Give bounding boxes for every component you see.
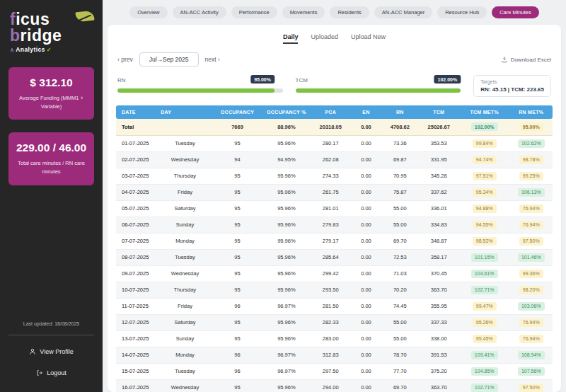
cell-tcm-met: 104.85% <box>459 363 510 379</box>
cell-date: 12-07-2025 <box>116 314 158 330</box>
care-minutes-table: DATEDAYOCCUPANCYOCCUPANCY %PCAENRNTCMTCM… <box>116 105 553 392</box>
tab-daily[interactable]: Daily <box>283 33 299 44</box>
tcm-progress-badge: 102.00% <box>434 75 461 83</box>
cell-day: Saturday <box>158 200 212 217</box>
cell-tcm-met: 99.47% <box>459 298 510 314</box>
column-header-pca: PCA <box>311 105 351 119</box>
cell-tcm-met: 97.51% <box>459 168 510 184</box>
rn-met-badge: 76.94% <box>519 335 543 343</box>
care-minutes-stat-card: 229.00 / 46.00 Total care minutes / RN c… <box>8 132 94 185</box>
funding-value: $ 312.10 <box>14 76 88 89</box>
cell-day: Saturday <box>158 314 212 330</box>
cell-day: Wednesday <box>158 379 212 392</box>
rn-met-badge: 76.94% <box>519 204 543 213</box>
cell-date: 02-07-2025 <box>116 151 158 168</box>
cell-occupancy: 7669 <box>212 119 263 135</box>
rn-met-badge: 97.50% <box>519 384 543 392</box>
tcm-met-badge: 94.55% <box>473 221 497 229</box>
cell-tcm: 25026.67 <box>419 119 459 135</box>
cell-day: Wednesday <box>158 265 212 282</box>
next-period-button[interactable]: next › <box>205 56 220 63</box>
cell-date: 04-07-2025 <box>116 184 158 200</box>
cell-pca: 293.50 <box>311 282 351 298</box>
table-row: 07-07-2025Monday9595.96%279.170.0069.703… <box>116 233 553 249</box>
tcm-met-badge: 104.85% <box>471 367 498 376</box>
cell-day: Wednesday <box>158 151 212 168</box>
tcm-met-badge: 95.34% <box>473 188 497 197</box>
column-header-day: DAY <box>158 105 212 119</box>
cell-occupancy: 95 <box>212 379 263 392</box>
cell-pca: 262.08 <box>311 151 351 168</box>
nav-pill-movements[interactable]: Movements <box>282 6 325 18</box>
tcm-met-badge: 102.71% <box>471 384 498 392</box>
tab-upload-new[interactable]: Upload New <box>351 33 386 44</box>
tcm-met-badge: 98.52% <box>473 237 497 246</box>
cell-date: 03-07-2025 <box>116 168 158 184</box>
cell-tcm-met: 109.41% <box>459 347 510 363</box>
prev-period-button[interactable]: ‹ prev <box>117 56 133 63</box>
cell-rn: 69.70 <box>381 379 418 392</box>
cell-rn-met: 99.25% <box>509 168 553 184</box>
cell-day: Friday <box>158 298 212 314</box>
nav-pill-care-minutes[interactable]: Care Minutes <box>492 6 539 18</box>
progress-section: RN 95.00% TCM 102.00% Targets RN: 45.15 … <box>116 74 553 105</box>
cell-tcm: 363.70 <box>419 282 459 298</box>
table-row: 04-07-2025Friday9595.96%261.750.0075.873… <box>116 184 553 200</box>
table-row: 14-07-2025Monday9696.97%312.830.0078.703… <box>116 347 553 363</box>
cell-occupancy-pct: 95.96% <box>262 249 310 265</box>
table-row: 13-07-2025Sunday9595.96%283.000.0055.003… <box>116 330 553 347</box>
cell-day: Sunday <box>158 217 212 233</box>
targets-box: Targets RN: 45.15 | TCM: 223.65 <box>473 75 551 97</box>
table-row: 16-07-2025Wednesday9595.96%294.000.0069.… <box>116 379 553 392</box>
rn-met-badge: 108.94% <box>518 351 545 359</box>
cell-date: 10-07-2025 <box>116 282 158 298</box>
download-excel-button[interactable]: Download Excel <box>501 56 551 63</box>
cell-en: 0.00 <box>351 314 381 330</box>
cell-day: Friday <box>158 184 212 200</box>
cell-occupancy-pct: 95.96% <box>262 330 310 347</box>
rn-met-badge: 107.56% <box>518 367 545 376</box>
cell-occupancy-pct: 95.96% <box>262 282 310 298</box>
cell-tcm-met: 102.00% <box>459 119 510 135</box>
rn-met-badge: 99.36% <box>519 270 543 278</box>
cell-tcm-met: 104.61% <box>459 265 510 282</box>
period-label[interactable]: Jul→Sep 2025 <box>139 52 199 67</box>
download-icon <box>501 56 508 63</box>
cell-date: 05-07-2025 <box>116 200 158 217</box>
tab-uploaded[interactable]: Uploaded <box>311 33 338 44</box>
nav-pill-overview[interactable]: Overview <box>129 6 167 18</box>
cell-tcm: 334.83 <box>419 217 459 233</box>
logout-button[interactable]: Logout <box>0 362 103 384</box>
cell-occupancy: 95 <box>212 330 263 347</box>
cell-rn: 74.45 <box>381 298 418 314</box>
cell-rn: 55.00 <box>381 330 418 347</box>
cell-day: Tuesday <box>158 135 212 151</box>
cell-rn-met: 103.06% <box>509 298 553 314</box>
nav-pill-an-acc-activity[interactable]: AN-ACC Activity <box>173 6 226 18</box>
cell-rn-met: 76.94% <box>509 314 553 330</box>
cell-rn-met: 101.46% <box>509 249 553 265</box>
cell-tcm: 331.95 <box>419 151 459 168</box>
nav-pill-an-acc-manager[interactable]: AN-ACC Manager <box>374 6 432 18</box>
cell-occupancy: 95 <box>212 233 263 249</box>
cell-day: Thursday <box>158 168 212 184</box>
table-row: 11-07-2025Friday9696.97%281.500.0074.453… <box>116 298 553 314</box>
view-profile-button[interactable]: View Profile <box>0 341 103 362</box>
cell-rn-met: 76.94% <box>509 330 553 347</box>
rn-met-badge: 106.13% <box>518 188 545 197</box>
cell-rn-met: 98.20% <box>509 282 553 298</box>
cell-day: Monday <box>158 233 212 249</box>
cell-rn: 69.87 <box>381 151 418 168</box>
nav-pill-resource-hub[interactable]: Resource Hub <box>437 6 487 18</box>
cell-pca: 285.64 <box>311 249 351 265</box>
nav-pill-residents[interactable]: Residents <box>330 6 369 18</box>
cell-rn-met: 97.50% <box>509 233 553 249</box>
cell-occupancy: 95 <box>212 184 263 200</box>
cell-tcm: 348.87 <box>419 233 459 249</box>
cell-tcm-met: 101.15% <box>459 249 510 265</box>
cell-rn-met: 76.94% <box>509 200 553 217</box>
nav-pill-performance[interactable]: Performance <box>231 6 277 18</box>
cell-rn-met: 95.00% <box>509 119 553 135</box>
cell-tcm: 358.17 <box>419 249 459 265</box>
tcm-met-badge: 104.61% <box>471 270 498 278</box>
